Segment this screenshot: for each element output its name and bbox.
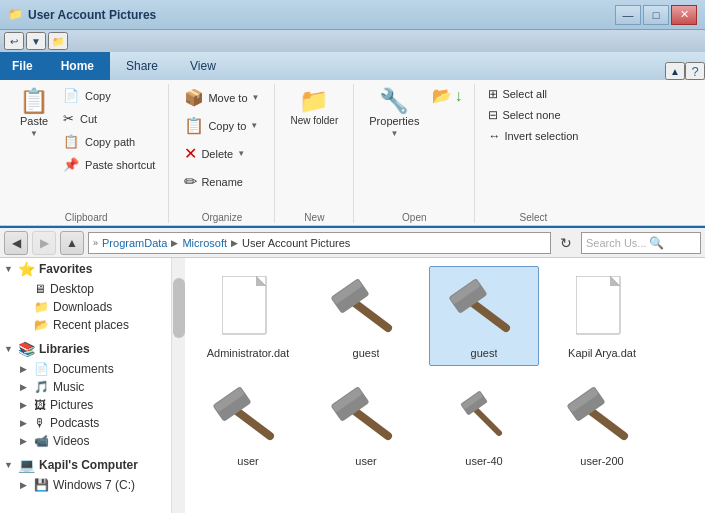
path-separator-icon: »: [93, 238, 98, 248]
file-icon-admin: [208, 273, 288, 343]
rename-button[interactable]: ✏ Rename: [177, 168, 266, 195]
svg-line-18: [473, 407, 499, 433]
paste-button[interactable]: 📋 Paste ▼: [12, 84, 56, 143]
close-button[interactable]: ✕: [671, 5, 697, 25]
qt-dropdown-button[interactable]: ▼: [26, 32, 46, 50]
sidebar-section-favorites[interactable]: ▼ ⭐ Favorites: [0, 258, 171, 280]
tab-view[interactable]: View: [174, 52, 232, 80]
copy-button[interactable]: 📄 Copy: [58, 84, 160, 106]
file-label-guest2: guest: [471, 347, 498, 359]
hammer-svg-user2: [328, 386, 404, 446]
sidebar-item-videos[interactable]: ▶ 📹 Videos: [0, 432, 171, 450]
file-item-guest1[interactable]: guest: [311, 266, 421, 366]
invert-selection-button[interactable]: ↔ Invert selection: [483, 126, 583, 146]
select-none-button[interactable]: ⊟ Select none: [483, 105, 583, 125]
path-arrow2-icon: ▶: [231, 238, 238, 248]
file-label-admin-dat: Administrator.dat: [207, 347, 290, 359]
music-icon: 🎵: [34, 380, 49, 394]
refresh-button[interactable]: ↻: [555, 232, 577, 254]
open-group: 🔧 Properties ▼ 📂 ↓ Open: [354, 84, 475, 223]
tab-file[interactable]: File: [0, 52, 45, 80]
title-controls: — □ ✕: [615, 5, 697, 25]
paste-shortcut-icon: 📌: [63, 157, 79, 172]
tab-share[interactable]: Share: [110, 52, 174, 80]
ribbon-tabs: File Home Share View ▲ ?: [0, 52, 705, 80]
delete-button[interactable]: ✕ Delete ▼: [177, 140, 266, 167]
sidebar-item-recent-places[interactable]: 📂 Recent places: [0, 316, 171, 334]
paste-arrow-icon: ▼: [30, 129, 38, 138]
path-current[interactable]: User Account Pictures: [240, 237, 352, 249]
pictures-expand-icon: ▶: [20, 400, 30, 410]
move-to-icon: 📦: [184, 88, 204, 107]
file-icon-guest2: [444, 273, 524, 343]
properties-button[interactable]: 🔧 Properties ▼: [362, 84, 426, 143]
new-folder-button[interactable]: 📁 New folder: [283, 84, 345, 131]
file-label-user1: user: [237, 455, 258, 467]
forward-button[interactable]: ▶: [32, 231, 56, 255]
ribbon-content: 📋 Paste ▼ 📄 Copy ✂ Cut: [0, 80, 705, 226]
sidebar-item-music[interactable]: ▶ 🎵 Music: [0, 378, 171, 396]
qt-folder-button[interactable]: 📁: [48, 32, 68, 50]
ribbon-collapse-button[interactable]: ▲: [665, 62, 685, 80]
sidebar-item-drive-c[interactable]: ▶ 💾 Windows 7 (C:): [0, 476, 171, 494]
file-item-guest2[interactable]: guest: [429, 266, 539, 366]
file-label-user200: user-200: [580, 455, 623, 467]
file-item-user2[interactable]: user: [311, 374, 421, 474]
open-label: Open: [354, 212, 474, 223]
path-programdata[interactable]: ProgramData: [100, 237, 169, 249]
select-label: Select: [475, 212, 591, 223]
window-icon: 📁: [8, 7, 24, 23]
cut-button[interactable]: ✂ Cut: [58, 107, 160, 129]
sidebar: ▼ ⭐ Favorites 🖥 Desktop 📁 Downloads 📂 Re…: [0, 258, 171, 513]
search-box[interactable]: Search Us... 🔍: [581, 232, 701, 254]
up-button[interactable]: ▲: [60, 231, 84, 255]
path-microsoft[interactable]: Microsoft: [180, 237, 229, 249]
documents-label: Documents: [53, 362, 114, 376]
file-label-guest1: guest: [353, 347, 380, 359]
sidebar-item-downloads[interactable]: 📁 Downloads: [0, 298, 171, 316]
address-bar: ◀ ▶ ▲ » ProgramData ▶ Microsoft ▶ User A…: [0, 228, 705, 258]
move-to-button[interactable]: 📦 Move to ▼: [177, 84, 266, 111]
organize-group: 📦 Move to ▼ 📋 Copy to ▼ ✕ Delete ▼: [169, 84, 275, 223]
clipboard-group: 📋 Paste ▼ 📄 Copy ✂ Cut: [4, 84, 169, 223]
sidebar-section-computer[interactable]: ▼ 💻 Kapil's Computer: [0, 454, 171, 476]
file-item-user-200[interactable]: user-200: [547, 374, 657, 474]
paste-shortcut-button[interactable]: 📌 Paste shortcut: [58, 153, 160, 175]
qt-back-button[interactable]: ↩: [4, 32, 24, 50]
back-button[interactable]: ◀: [4, 231, 28, 255]
copy-path-button[interactable]: 📋 Copy path: [58, 130, 160, 152]
sidebar-item-documents[interactable]: ▶ 📄 Documents: [0, 360, 171, 378]
properties-icon: 🔧: [379, 89, 409, 113]
rename-icon: ✏: [184, 172, 197, 191]
help-button[interactable]: ?: [685, 62, 705, 80]
maximize-button[interactable]: □: [643, 5, 669, 25]
file-icon-user2: [326, 381, 406, 451]
file-item-kapil-dat[interactable]: Kapil Arya.dat: [547, 266, 657, 366]
videos-icon: 📹: [34, 434, 49, 448]
sidebar-item-desktop[interactable]: 🖥 Desktop: [0, 280, 171, 298]
file-item-user-40[interactable]: user-40: [429, 374, 539, 474]
minimize-button[interactable]: —: [615, 5, 641, 25]
doc-file-svg: [222, 276, 274, 340]
sidebar-item-podcasts[interactable]: ▶ 🎙 Podcasts: [0, 414, 171, 432]
computer-label: Kapil's Computer: [39, 458, 138, 472]
file-icon-kapil: [562, 273, 642, 343]
sidebar-item-pictures[interactable]: ▶ 🖼 Pictures: [0, 396, 171, 414]
new-group: 📁 New folder New: [275, 84, 354, 223]
recent-icon: 📂: [34, 318, 49, 332]
file-item-administrator-dat[interactable]: Administrator.dat: [193, 266, 303, 366]
downloads-label: Downloads: [53, 300, 112, 314]
sidebar-scrollbar[interactable]: [171, 258, 185, 513]
copy-to-button[interactable]: 📋 Copy to ▼: [177, 112, 266, 139]
file-icon-user1: [208, 381, 288, 451]
delete-arrow-icon: ▼: [237, 149, 245, 158]
pictures-icon: 🖼: [34, 398, 46, 412]
search-placeholder: Search Us...: [586, 237, 647, 249]
file-label-user2: user: [355, 455, 376, 467]
address-path[interactable]: » ProgramData ▶ Microsoft ▶ User Account…: [88, 232, 551, 254]
tab-home[interactable]: Home: [45, 52, 110, 80]
hammer-svg-guest1: [328, 278, 404, 338]
select-all-button[interactable]: ⊞ Select all: [483, 84, 583, 104]
file-item-user1[interactable]: user: [193, 374, 303, 474]
sidebar-section-libraries[interactable]: ▼ 📚 Libraries: [0, 338, 171, 360]
